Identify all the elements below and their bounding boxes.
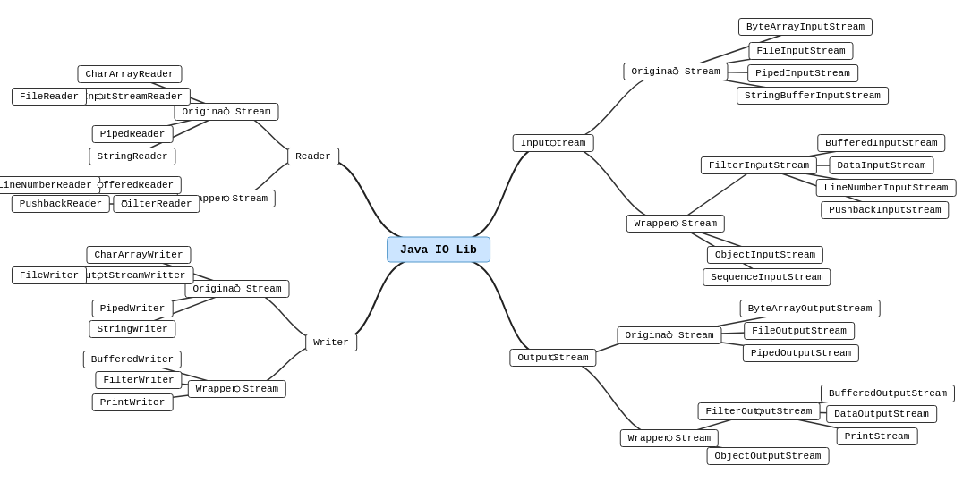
mindmap-node: DataInputStream xyxy=(829,156,933,174)
mindmap-node: DataOutputStream xyxy=(826,405,937,423)
mindmap-node: PipedReader xyxy=(92,125,174,143)
mindmap-node: LineNumberReader xyxy=(0,176,100,194)
mindmap-node: FileInputStream xyxy=(748,42,853,60)
connector-dot xyxy=(122,201,128,207)
mindmap-node: FileOutputStream xyxy=(744,322,855,340)
mindmap-node: Writer xyxy=(305,334,357,351)
mindmap-node: PrintStream xyxy=(837,427,918,445)
mindmap-node: LineNumberInputStream xyxy=(816,179,957,197)
connector-dot xyxy=(673,69,679,75)
mindmap-node: OutptStreamWritter xyxy=(72,266,194,284)
mindmap-node: StringWriter xyxy=(89,320,175,338)
connector-dot xyxy=(98,94,104,100)
mindmap-node: CharArrayWriter xyxy=(86,246,191,264)
mindmap-node: ByteArrayInputStream xyxy=(738,18,873,36)
mindmap-node: Java IO Lib xyxy=(387,237,490,263)
connector-dot xyxy=(98,182,104,189)
mindmap-node: SequenceInputStream xyxy=(703,268,831,286)
mindmap-node: PushbackReader xyxy=(12,195,110,213)
mindmap-node: BufferedWriter xyxy=(83,351,182,368)
mindmap-node: FileReader xyxy=(12,88,87,106)
mindmap-node: PipedOutputStream xyxy=(743,344,859,362)
connector-dot xyxy=(550,355,557,361)
connector-dot xyxy=(667,436,673,442)
mindmap-node: PushbackInputStream xyxy=(821,201,949,219)
connector-dot xyxy=(667,333,673,339)
mindmap-node: StringBufferInputStream xyxy=(737,87,889,105)
mindmap-node: FilterWriter xyxy=(95,371,182,389)
mindmap-node: PipedInputStream xyxy=(747,64,858,82)
connector-dot xyxy=(756,163,763,169)
mindmap-node: CharArrayReader xyxy=(77,65,182,83)
mindmap-node: ObjectOutputStream xyxy=(707,447,830,465)
connector-dot xyxy=(550,140,557,147)
mindmap-node: InputStreamReader xyxy=(74,88,191,106)
mindmap-node: StringReader xyxy=(89,148,175,165)
mindmap-node: ByteArrayOutputStream xyxy=(740,300,881,317)
connector-dot xyxy=(224,109,230,115)
connector-dot xyxy=(234,286,241,292)
connector-dot xyxy=(673,221,679,227)
connector-dot xyxy=(756,409,763,415)
connector-dot xyxy=(98,273,104,279)
connector-dot xyxy=(234,386,241,393)
mindmap-node: PipedWriter xyxy=(92,300,174,317)
mindmap-node: Reader xyxy=(287,148,339,165)
mindmap-node: FileWriter xyxy=(12,266,87,284)
mindmap: Java IO LibReaderOriginal StreamWrapper … xyxy=(0,0,980,499)
mindmap-node: BufferedOutputStream xyxy=(821,385,955,402)
mindmap-node: PrintWriter xyxy=(92,393,174,411)
connector-dot xyxy=(224,196,230,202)
mindmap-node: BufferedInputStream xyxy=(817,134,945,152)
mindmap-node: ObjectInputStream xyxy=(707,246,823,264)
